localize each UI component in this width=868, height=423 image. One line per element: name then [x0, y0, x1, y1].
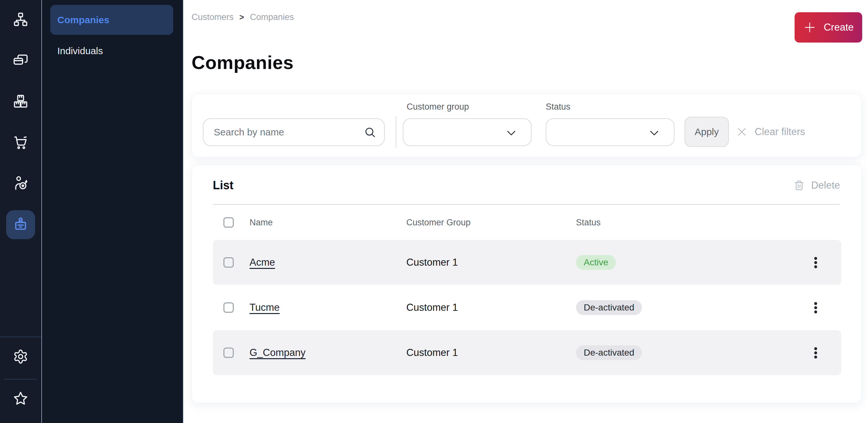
- customers-submenu: Companies Individuals: [42, 0, 183, 423]
- status-badge: De-activated: [576, 345, 642, 360]
- breadcrumb-customers[interactable]: Customers: [192, 12, 234, 22]
- table-body: Acme Customer 1 Active Tucme Customer 1 …: [213, 240, 841, 375]
- create-button-label: Create: [824, 22, 854, 33]
- customer-group-cell: Customer 1: [406, 302, 458, 313]
- table-header-row: Name Customer Group Status: [213, 205, 841, 240]
- customer-group-select[interactable]: [403, 118, 532, 146]
- clear-filters-button[interactable]: Clear filters: [737, 117, 805, 147]
- status-badge: De-activated: [576, 300, 642, 315]
- row-checkbox[interactable]: [223, 347, 234, 358]
- status-badge: Active: [576, 255, 616, 270]
- org-structure-nav-button[interactable]: [6, 5, 35, 34]
- customer-group-cell: Customer 1: [406, 347, 458, 359]
- orders-nav-button[interactable]: [6, 128, 35, 157]
- search-input[interactable]: [203, 118, 385, 146]
- plus-icon: [803, 21, 816, 34]
- page-title: Companies: [192, 52, 293, 73]
- filter-separator: [396, 116, 396, 148]
- main-content: Customers > Companies Create Companies C…: [184, 0, 868, 423]
- rail-divider-short: [4, 379, 37, 379]
- rail-bottom-group: [0, 337, 41, 423]
- id-badge-icon: [13, 216, 28, 233]
- table-row: Tucme Customer 1 De-activated: [213, 285, 841, 330]
- row-actions-menu-button[interactable]: [808, 253, 823, 272]
- payments-nav-button[interactable]: [6, 47, 35, 76]
- customer-group-label: Customer group: [407, 102, 469, 112]
- status-filter-label: Status: [546, 102, 570, 112]
- shopping-cart-icon: [13, 135, 28, 151]
- search-field-wrap: [203, 118, 385, 146]
- list-title: List: [213, 179, 234, 192]
- close-icon: [737, 127, 747, 137]
- user-target-icon: [13, 175, 28, 192]
- sidebar-item-companies-label: Companies: [57, 15, 110, 26]
- breadcrumb-companies[interactable]: Companies: [250, 12, 294, 22]
- row-actions-menu-button[interactable]: [808, 298, 823, 317]
- company-name-link[interactable]: Tucme: [250, 302, 280, 313]
- delete-button-label: Delete: [811, 179, 840, 191]
- customer-group-cell: Customer 1: [406, 257, 458, 268]
- row-checkbox[interactable]: [223, 303, 234, 313]
- boxes-icon: [13, 93, 28, 110]
- settings-nav-button[interactable]: [6, 343, 35, 372]
- column-header-customer-group: Customer Group: [406, 217, 471, 227]
- create-button[interactable]: Create: [795, 12, 862, 43]
- table-row: G_Company Customer 1 De-activated: [213, 330, 841, 375]
- products-nav-button[interactable]: [6, 87, 35, 116]
- marketing-nav-button[interactable]: [6, 169, 35, 198]
- credit-cards-icon: [13, 53, 28, 69]
- list-header: List Delete: [213, 175, 840, 196]
- apply-button[interactable]: Apply: [684, 117, 729, 147]
- delete-button[interactable]: Delete: [794, 179, 840, 191]
- row-actions-menu-button[interactable]: [808, 343, 823, 362]
- breadcrumb-separator: >: [240, 12, 244, 22]
- trash-icon: [794, 180, 805, 191]
- rail-divider: [0, 337, 41, 337]
- row-checkbox[interactable]: [223, 257, 234, 267]
- sitemap-icon: [13, 11, 28, 28]
- rail-top-group: [6, 0, 35, 239]
- sidebar-item-individuals-label: Individuals: [57, 46, 103, 56]
- gear-icon: [13, 349, 28, 366]
- breadcrumb: Customers > Companies: [192, 12, 294, 22]
- table-row: Acme Customer 1 Active: [213, 240, 841, 285]
- chevron-down-icon: [505, 127, 517, 139]
- column-header-name: Name: [250, 217, 273, 227]
- company-name-link[interactable]: G_Company: [250, 347, 306, 358]
- sidebar-item-companies[interactable]: Companies: [50, 5, 173, 35]
- clear-filters-label: Clear filters: [755, 126, 805, 138]
- star-icon: [13, 391, 28, 407]
- sidebar-item-individuals[interactable]: Individuals: [57, 42, 103, 60]
- status-select[interactable]: [546, 118, 675, 146]
- search-icon: [364, 126, 376, 139]
- select-all-checkbox[interactable]: [223, 217, 234, 228]
- list-card: List Delete Name Customer Group Status A…: [192, 165, 862, 403]
- favorites-nav-button[interactable]: [6, 385, 35, 414]
- icon-rail: [0, 0, 41, 423]
- company-name-link[interactable]: Acme: [250, 257, 275, 268]
- chevron-down-icon: [648, 127, 660, 139]
- column-header-status: Status: [576, 217, 601, 227]
- filter-card: Customer group Status Apply Clear filter…: [192, 94, 862, 157]
- customers-nav-button[interactable]: [6, 210, 35, 239]
